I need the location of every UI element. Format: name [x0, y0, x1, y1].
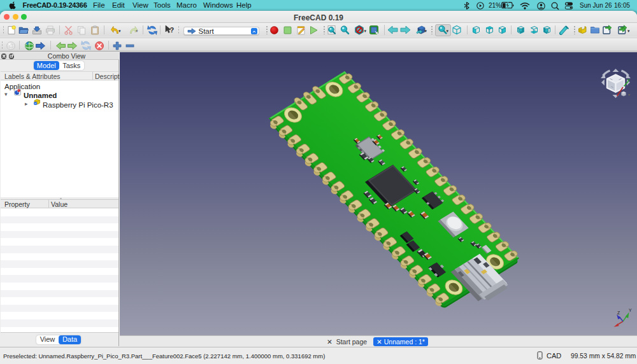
svg-text:Y: Y: [629, 308, 632, 312]
svg-text:Z: Z: [617, 311, 620, 315]
svg-text:?: ?: [170, 26, 175, 34]
